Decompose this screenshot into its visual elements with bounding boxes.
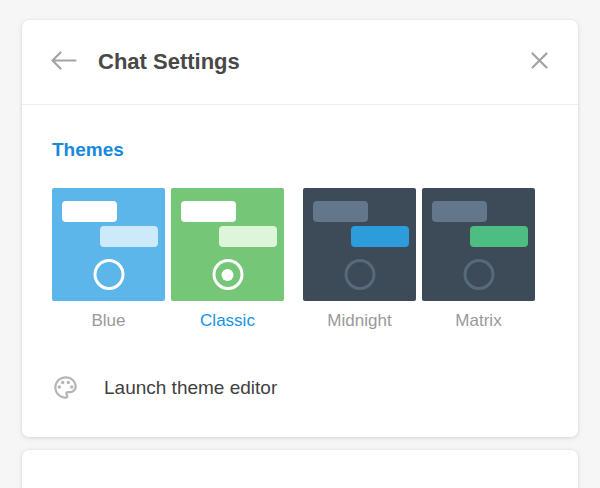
palette-icon <box>52 374 79 401</box>
chat-bubble-incoming <box>62 201 117 222</box>
theme-option-matrix[interactable]: Matrix <box>422 188 535 331</box>
theme-label: Matrix <box>422 311 535 331</box>
themes-heading: Themes <box>52 139 548 161</box>
theme-radio <box>463 259 494 290</box>
close-icon <box>529 50 550 74</box>
theme-options-row: Blue Classic Midnight <box>52 188 548 331</box>
launch-theme-editor-label: Launch theme editor <box>104 377 277 399</box>
theme-preview <box>171 188 284 301</box>
theme-label: Midnight <box>303 311 416 331</box>
chat-bubble-incoming <box>181 201 236 222</box>
theme-label: Classic <box>171 311 284 331</box>
chat-bubble-incoming <box>432 201 487 222</box>
chat-bubble-outgoing <box>100 226 158 247</box>
launch-theme-editor-button[interactable]: Launch theme editor <box>52 374 277 401</box>
chat-settings-dialog: Chat Settings Themes Blue <box>22 20 578 437</box>
theme-label: Blue <box>52 311 165 331</box>
dialog-body: Themes Blue Classic <box>22 139 578 401</box>
theme-preview <box>303 188 416 301</box>
close-button[interactable] <box>529 50 550 74</box>
theme-radio <box>93 259 124 290</box>
chat-bubble-outgoing <box>351 226 409 247</box>
theme-preview <box>422 188 535 301</box>
theme-radio-selected <box>212 259 243 290</box>
back-button[interactable] <box>50 50 77 74</box>
page-title: Chat Settings <box>98 49 240 75</box>
theme-option-classic[interactable]: Classic <box>171 188 284 331</box>
theme-option-blue[interactable]: Blue <box>52 188 165 331</box>
chat-bubble-outgoing <box>219 226 277 247</box>
theme-preview <box>52 188 165 301</box>
chat-bubble-incoming <box>313 201 368 222</box>
theme-option-midnight[interactable]: Midnight <box>303 188 416 331</box>
next-section-card <box>22 450 578 488</box>
theme-radio <box>344 259 375 290</box>
arrow-left-icon <box>50 50 77 74</box>
dialog-header: Chat Settings <box>22 20 578 105</box>
chat-bubble-outgoing <box>470 226 528 247</box>
